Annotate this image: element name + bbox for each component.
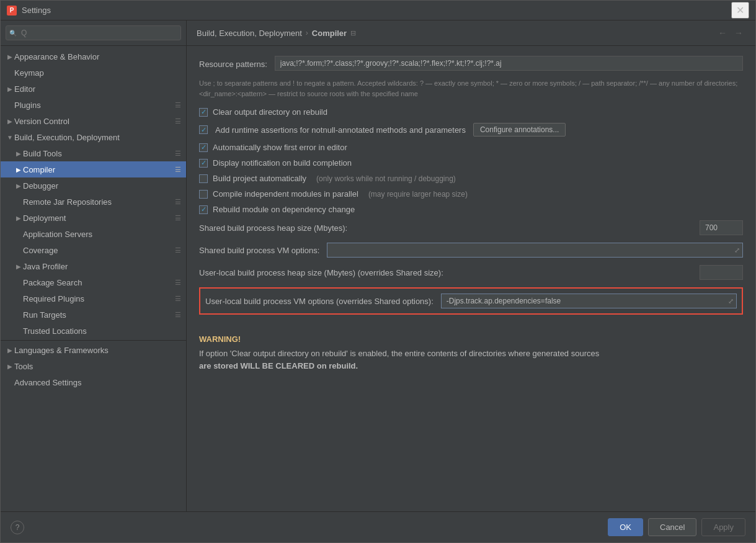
user-heap-input[interactable] bbox=[700, 265, 743, 280]
shared-heap-input[interactable] bbox=[700, 220, 743, 235]
sidebar-item-compiler[interactable]: ▶ Compiler ☰ bbox=[1, 161, 186, 177]
sidebar-item-advanced-settings[interactable]: ▶ Advanced Settings bbox=[1, 374, 186, 390]
sidebar-item-build-exec-deploy[interactable]: ▼ Build, Execution, Deployment bbox=[1, 129, 186, 145]
checkbox-rebuild-module: Rebuild module on dependency change bbox=[199, 205, 743, 214]
breadcrumb-separator: › bbox=[306, 29, 308, 37]
footer-buttons: OK Cancel Apply bbox=[608, 518, 745, 536]
checkbox-build-automatically-note: (only works while not running / debuggin… bbox=[316, 174, 456, 183]
sidebar-item-debugger[interactable]: ▶ Debugger bbox=[1, 177, 186, 194]
cancel-button[interactable]: Cancel bbox=[648, 518, 696, 536]
user-local-vm-input[interactable] bbox=[442, 294, 736, 308]
user-local-vm-row: User-local build process VM options (ove… bbox=[205, 294, 737, 308]
checkbox-runtime-assertions-cb[interactable] bbox=[199, 125, 208, 134]
checkbox-clear-output-label: Clear output directory on rebuild bbox=[213, 107, 327, 117]
checkbox-compile-parallel-cb[interactable] bbox=[199, 190, 208, 199]
sidebar-item-label: Editor bbox=[14, 84, 181, 94]
user-local-vm-highlighted-row: User-local build process VM options (ove… bbox=[199, 287, 743, 315]
sidebar-item-package-search[interactable]: ▶ Package Search ☰ bbox=[1, 274, 186, 290]
warning-block: WARNING! If option 'Clear output directo… bbox=[199, 327, 743, 379]
arrow-icon: ▼ bbox=[6, 133, 14, 141]
sidebar-item-run-targets[interactable]: ▶ Run Targets ☰ bbox=[1, 307, 186, 323]
sidebar-item-languages[interactable]: ▶ Languages & Frameworks bbox=[1, 342, 186, 358]
shared-vm-wrapper: ⤢ bbox=[327, 243, 743, 258]
sidebar-item-keymap[interactable]: ▶ Keymap bbox=[1, 65, 186, 81]
sidebar-item-label: Keymap bbox=[14, 68, 181, 78]
sidebar-item-editor[interactable]: ▶ Editor bbox=[1, 81, 186, 97]
checkbox-auto-show-error-cb[interactable] bbox=[199, 143, 208, 152]
close-button[interactable]: ✕ bbox=[731, 2, 749, 19]
settings-icon: ☰ bbox=[175, 214, 181, 222]
arrow-icon: ▶ bbox=[6, 346, 14, 354]
forward-button[interactable]: → bbox=[732, 27, 745, 39]
arrow-icon: ▶ bbox=[6, 84, 14, 93]
sidebar-item-tools[interactable]: ▶ Tools bbox=[1, 358, 186, 374]
sidebar-item-required-plugins[interactable]: ▶ Required Plugins ☰ bbox=[1, 290, 186, 307]
sidebar-item-label: Build, Execution, Deployment bbox=[14, 133, 181, 142]
panel-header: Build, Execution, Deployment › Compiler … bbox=[187, 20, 755, 46]
nav-arrows: ← → bbox=[716, 27, 745, 39]
checkbox-display-notification-cb[interactable] bbox=[199, 159, 208, 168]
sidebar-item-label: Appearance & Behavior bbox=[14, 52, 181, 61]
warning-text-line2: are stored WILL BE CLEARED on rebuild. bbox=[199, 361, 358, 370]
search-wrapper bbox=[6, 25, 181, 40]
sidebar-item-label: Coverage bbox=[23, 246, 172, 255]
sidebar-item-label: Application Servers bbox=[23, 230, 181, 239]
checkbox-build-automatically-cb[interactable] bbox=[199, 174, 208, 183]
breadcrumb-parent: Build, Execution, Deployment bbox=[197, 29, 302, 38]
sidebar-item-version-control[interactable]: ▶ Version Control ☰ bbox=[1, 113, 186, 129]
expand-icon[interactable]: ⤢ bbox=[728, 297, 734, 305]
sidebar-item-label: Debugger bbox=[23, 181, 181, 191]
footer: ? OK Cancel Apply bbox=[1, 511, 755, 542]
sidebar-item-appearance[interactable]: ▶ Appearance & Behavior bbox=[1, 48, 186, 65]
configure-annotations-button[interactable]: Configure annotations... bbox=[473, 123, 566, 137]
settings-icon: ☰ bbox=[175, 279, 181, 287]
sidebar-item-app-servers[interactable]: ▶ Application Servers bbox=[1, 226, 186, 242]
checkbox-clear-output-cb[interactable] bbox=[199, 108, 208, 117]
resource-patterns-input[interactable] bbox=[275, 56, 743, 71]
settings-icon: ☰ bbox=[175, 311, 181, 319]
sidebar-item-trusted-locations[interactable]: ▶ Trusted Locations bbox=[1, 323, 186, 339]
breadcrumb-icon: ⊟ bbox=[350, 29, 356, 37]
ok-button[interactable]: OK bbox=[608, 518, 643, 536]
checkbox-rebuild-module-cb[interactable] bbox=[199, 205, 208, 214]
sidebar-item-deployment[interactable]: ▶ Deployment ☰ bbox=[1, 210, 186, 226]
sidebar-item-label: Trusted Locations bbox=[23, 326, 181, 336]
sidebar-item-java-profiler[interactable]: ▶ Java Profiler bbox=[1, 258, 186, 274]
arrow-icon: ▶ bbox=[14, 181, 23, 190]
checkbox-rebuild-module-label: Rebuild module on dependency change bbox=[213, 205, 355, 214]
sidebar-item-coverage[interactable]: ▶ Coverage ☰ bbox=[1, 242, 186, 258]
settings-icon: ☰ bbox=[175, 295, 181, 303]
sidebar-item-plugins[interactable]: ▶ Plugins ☰ bbox=[1, 97, 186, 113]
search-input[interactable] bbox=[6, 25, 181, 40]
back-button[interactable]: ← bbox=[716, 27, 729, 39]
warning-text-line1: If option 'Clear output directory on reb… bbox=[199, 349, 599, 358]
settings-icon: ☰ bbox=[175, 117, 181, 125]
window-title: Settings bbox=[22, 6, 731, 15]
arrow-icon: ▶ bbox=[14, 262, 23, 271]
apply-button[interactable]: Apply bbox=[701, 518, 745, 536]
arrow-icon: ▶ bbox=[14, 213, 23, 222]
checkbox-compile-parallel-note: (may require larger heap size) bbox=[368, 190, 468, 199]
expand-icon[interactable]: ⤢ bbox=[734, 246, 740, 254]
checkbox-build-automatically-label: Build project automatically bbox=[213, 174, 306, 183]
sidebar-item-build-tools[interactable]: ▶ Build Tools ☰ bbox=[1, 145, 186, 161]
arrow-icon: ▶ bbox=[6, 52, 14, 61]
sidebar-item-label: Compiler bbox=[23, 165, 172, 174]
settings-icon: ☰ bbox=[175, 166, 181, 174]
help-button[interactable]: ? bbox=[11, 521, 24, 534]
user-heap-row: User-local build process heap size (Mbyt… bbox=[199, 265, 743, 280]
checkbox-clear-output: Clear output directory on rebuild bbox=[199, 107, 743, 117]
main-content: ▶ Appearance & Behavior ▶ Keymap ▶ Edito… bbox=[1, 20, 755, 511]
sidebar-item-label: Tools bbox=[14, 362, 181, 371]
title-bar: P Settings ✕ bbox=[1, 1, 755, 20]
sidebar-item-remote-jar[interactable]: ▶ Remote Jar Repositories ☰ bbox=[1, 194, 186, 210]
resource-patterns-row: Resource patterns: bbox=[199, 56, 743, 71]
shared-vm-input[interactable] bbox=[327, 243, 742, 257]
shared-vm-label: Shared build process VM options: bbox=[199, 246, 319, 255]
sidebar-item-label: Languages & Frameworks bbox=[14, 346, 181, 355]
checkbox-auto-show-error-label: Automatically show first error in editor bbox=[213, 143, 347, 152]
sidebar-item-label: Plugins bbox=[14, 101, 172, 110]
user-local-vm-label: User-local build process VM options (ove… bbox=[205, 297, 434, 306]
sidebar-item-label: Deployment bbox=[23, 213, 172, 223]
checkbox-runtime-assertions: Add runtime assertions for notnull-annot… bbox=[199, 123, 743, 137]
